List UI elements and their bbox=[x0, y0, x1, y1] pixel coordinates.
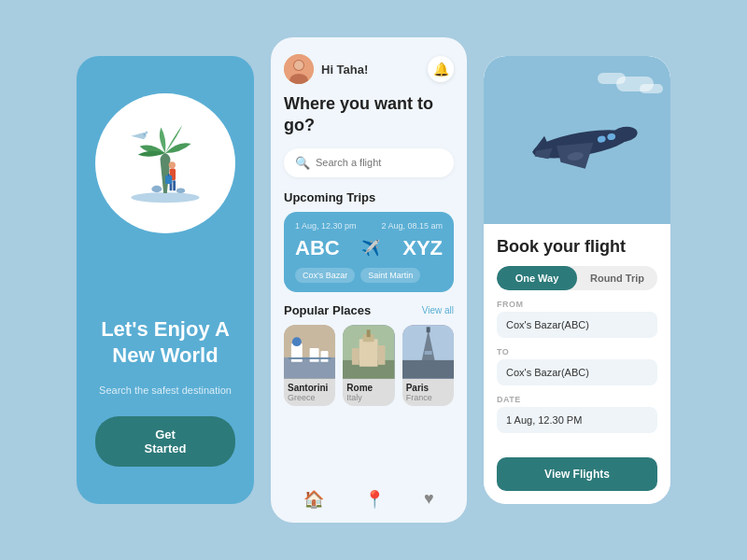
place-info-rome: Rome Italy bbox=[343, 379, 394, 406]
book-flight-card: Book your flight One Way Round Trip FROM… bbox=[484, 56, 670, 504]
to-input[interactable]: Cox's Bazar(ABC) bbox=[497, 359, 657, 385]
from-input[interactable]: Cox's Bazar(ABC) bbox=[497, 312, 657, 338]
bottom-nav: 🏠 📍 ♥ bbox=[284, 478, 454, 523]
nav-location[interactable]: 📍 bbox=[364, 489, 385, 510]
svg-rect-25 bbox=[367, 329, 371, 337]
search-icon: 🔍 bbox=[295, 156, 310, 170]
svg-rect-32 bbox=[422, 360, 433, 366]
search-heading: Where you want to go? bbox=[284, 93, 454, 137]
view-all-link[interactable]: View all bbox=[422, 305, 454, 315]
date-input[interactable]: 1 Aug, 12.30 PM bbox=[497, 407, 657, 433]
place-paris[interactable]: Paris France bbox=[402, 325, 454, 406]
place-rome[interactable]: Rome Italy bbox=[343, 325, 394, 406]
place-info-paris: Paris France bbox=[402, 379, 454, 406]
to-field-group: To Cox's Bazar(ABC) bbox=[497, 347, 657, 385]
svg-rect-18 bbox=[310, 348, 319, 362]
cloud-2 bbox=[598, 73, 626, 84]
nav-home[interactable]: 🏠 bbox=[303, 489, 324, 510]
svg-rect-23 bbox=[359, 339, 378, 367]
santorini-img bbox=[284, 325, 335, 379]
svg-rect-6 bbox=[165, 175, 172, 184]
place-country: Italy bbox=[346, 393, 390, 402]
place-name: Rome bbox=[346, 383, 390, 393]
svg-point-8 bbox=[151, 186, 162, 192]
cloud-3 bbox=[640, 84, 663, 93]
search-input[interactable] bbox=[316, 157, 443, 168]
place-country: France bbox=[406, 393, 450, 402]
date-field-group: DATE 1 Aug, 12.30 PM bbox=[497, 395, 657, 433]
airplane-illustration bbox=[512, 103, 642, 177]
illustration-circle bbox=[95, 93, 235, 233]
rome-img bbox=[343, 325, 394, 379]
svg-point-17 bbox=[292, 337, 302, 346]
card3-top-section bbox=[484, 56, 670, 224]
card1-text-block: Let's Enjoy A New World Search the safes… bbox=[95, 316, 235, 467]
place-name: Santorini bbox=[288, 383, 331, 393]
card2-header: Hi Taha! 🔔 bbox=[284, 54, 454, 84]
popular-title: Popular Places bbox=[284, 303, 371, 317]
svg-rect-33 bbox=[424, 351, 431, 355]
book-flight-title: Book your flight bbox=[497, 237, 657, 257]
svg-rect-7 bbox=[168, 174, 170, 176]
svg-point-9 bbox=[176, 189, 185, 194]
paris-img bbox=[402, 325, 454, 379]
trip-card: 1 Aug, 12.30 pm 2 Aug, 08.15 am ABC ✈️ X… bbox=[284, 212, 454, 292]
svg-rect-31 bbox=[426, 327, 430, 332]
one-way-button[interactable]: One Way bbox=[497, 266, 577, 290]
search-bar[interactable]: 🔍 bbox=[284, 148, 454, 177]
svg-point-1 bbox=[131, 192, 199, 203]
get-started-button[interactable]: Get Started bbox=[95, 416, 235, 467]
card1-title: Let's Enjoy A New World bbox=[95, 316, 235, 370]
notification-bell[interactable]: 🔔 bbox=[428, 56, 454, 82]
view-flights-button[interactable]: View Flights bbox=[497, 457, 657, 491]
places-grid: Santorini Greece bbox=[284, 325, 454, 406]
place-info-santorini: Santorini Greece bbox=[284, 379, 335, 406]
svg-rect-19 bbox=[321, 351, 329, 362]
date-label: DATE bbox=[497, 395, 657, 404]
upcoming-trips-title: Upcoming Trips bbox=[284, 190, 454, 204]
onboarding-card: Let's Enjoy A New World Search the safes… bbox=[77, 56, 254, 504]
departure-code: ABC bbox=[295, 236, 340, 260]
trip-tags: Cox's Bazar Saint Martin bbox=[295, 268, 443, 283]
greeting-text: Hi Taha! bbox=[321, 63, 368, 77]
place-santorini[interactable]: Santorini Greece bbox=[284, 325, 335, 406]
avatar-row: Hi Taha! bbox=[284, 54, 368, 84]
trip-route: ABC ✈️ XYZ bbox=[295, 236, 443, 260]
from-label: FROM bbox=[497, 300, 657, 309]
departure-tag: Cox's Bazar bbox=[295, 268, 355, 283]
arrival-code: XYZ bbox=[402, 236, 443, 260]
svg-rect-5 bbox=[173, 180, 176, 190]
card1-subtitle: Search the safest destination bbox=[95, 385, 235, 396]
trip-dates: 1 Aug, 12.30 pm 2 Aug, 08.15 am bbox=[295, 221, 443, 231]
svg-point-2 bbox=[169, 161, 176, 168]
trip-type-toggle: One Way Round Trip bbox=[497, 266, 657, 290]
svg-rect-26 bbox=[352, 348, 359, 365]
svg-rect-20 bbox=[289, 357, 331, 359]
svg-rect-27 bbox=[378, 345, 386, 365]
svg-point-13 bbox=[294, 61, 303, 70]
palm-illustration bbox=[114, 112, 217, 215]
popular-section: Popular Places View all San bbox=[284, 303, 454, 469]
round-trip-button[interactable]: Round Trip bbox=[577, 266, 657, 290]
user-avatar bbox=[284, 54, 314, 84]
place-name: Paris bbox=[406, 383, 450, 393]
card3-body: Book your flight One Way Round Trip FROM… bbox=[484, 224, 670, 504]
nav-favorites[interactable]: ♥ bbox=[424, 489, 434, 510]
from-field-group: FROM Cox's Bazar(ABC) bbox=[497, 300, 657, 338]
to-label: To bbox=[497, 347, 657, 357]
arrival-tag: Saint Martin bbox=[360, 268, 420, 283]
plane-icon: ✈️ bbox=[361, 239, 380, 257]
place-country: Greece bbox=[288, 393, 331, 402]
popular-header: Popular Places View all bbox=[284, 303, 454, 317]
search-card: Hi Taha! 🔔 Where you want to go? 🔍 Upcom… bbox=[271, 37, 467, 523]
